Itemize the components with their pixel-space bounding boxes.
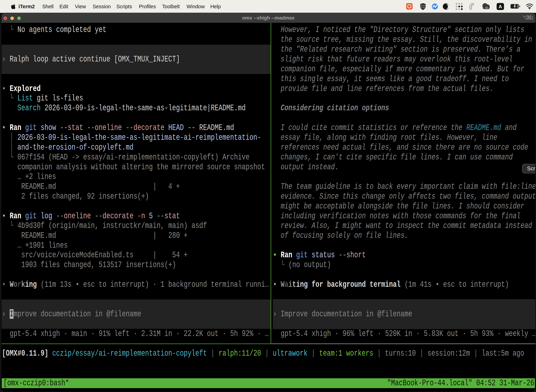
svg-text:1: 1 [531,15,533,20]
svg-text:A: A [498,4,502,9]
svg-text:..61: ..61 [484,6,488,9]
